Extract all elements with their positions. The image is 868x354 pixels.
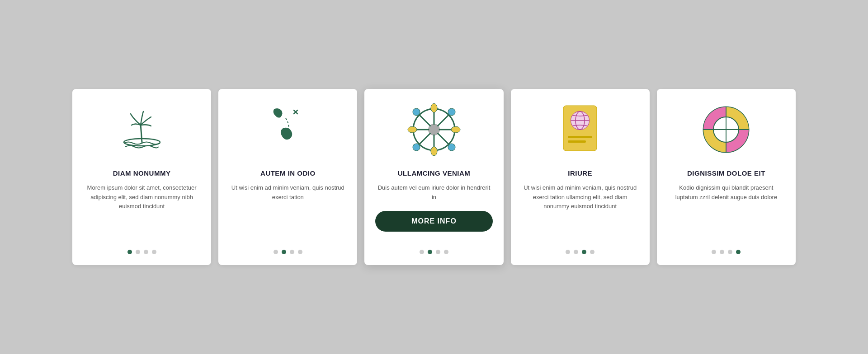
svg-point-11 [408, 126, 417, 133]
dot [274, 250, 278, 254]
dot [428, 250, 432, 254]
svg-line-20 [438, 133, 449, 144]
card-4-body: Ut wisi enim ad minim veniam, quis nostr… [522, 183, 639, 241]
card-5: DIGNISSIM DOLOE EIT Kodio dignissim qui … [657, 89, 796, 266]
card-1: DIAM NONUMMY Morem ipsum dolor sit amet,… [72, 89, 211, 266]
more-info-button[interactable]: MORE INFO [375, 211, 492, 232]
cards-container: DIAM NONUMMY Morem ipsum dolor sit amet,… [72, 89, 796, 266]
svg-line-18 [419, 133, 430, 144]
card-3-title: ULLAMCING VENIAM [398, 169, 471, 177]
card-3: ULLAMCING VENIAM Duis autem vel eum iriu… [364, 89, 503, 266]
dot [566, 250, 570, 254]
card-5-dots [712, 250, 741, 254]
dot [298, 250, 302, 254]
dot [144, 250, 148, 254]
svg-rect-28 [568, 140, 586, 143]
svg-line-1 [141, 124, 142, 142]
dot [590, 250, 594, 254]
card-2-dots [274, 250, 302, 254]
passport-icon [553, 102, 607, 157]
dot [420, 250, 424, 254]
card-4: IRIURE Ut wisi enim ad minim veniam, qui… [511, 89, 650, 266]
dot [152, 250, 156, 254]
svg-line-16 [438, 115, 449, 126]
islands-map-icon [261, 102, 315, 157]
card-3-body: Duis autem vel eum iriure dolor in hendr… [375, 183, 492, 202]
card-2-title: AUTEM IN ODIO [260, 169, 316, 177]
dot [290, 250, 294, 254]
card-2: AUTEM IN ODIO Ut wisi enim ad minim veni… [218, 89, 357, 266]
card-1-title: DIAM NONUMMY [113, 169, 171, 177]
dot [282, 250, 286, 254]
card-1-dots [127, 250, 156, 254]
island-icon [115, 102, 169, 157]
lifebuoy-icon [699, 102, 753, 157]
card-1-body: Morem ipsum dolor sit amet, consectetuer… [83, 183, 200, 241]
svg-rect-27 [568, 136, 592, 138]
dot [712, 250, 716, 254]
svg-point-13 [451, 126, 460, 133]
dot [728, 250, 732, 254]
card-3-dots [420, 250, 448, 254]
dot [736, 250, 741, 254]
dot [574, 250, 578, 254]
dot [436, 250, 440, 254]
dot [720, 250, 724, 254]
card-2-body: Ut wisi enim ad minim veniam, quis nostr… [229, 183, 346, 241]
card-5-body: Kodio dignissim qui blandit praesent lup… [668, 183, 785, 241]
card-5-title: DIGNISSIM DOLOE EIT [687, 169, 765, 177]
svg-point-9 [431, 147, 437, 156]
dot [127, 250, 132, 254]
svg-point-7 [431, 103, 437, 112]
dot [136, 250, 140, 254]
card-4-title: IRIURE [568, 169, 592, 177]
ship-wheel-icon [407, 102, 461, 157]
dot [582, 250, 586, 254]
card-4-dots [566, 250, 594, 254]
dot [444, 250, 448, 254]
svg-line-14 [419, 115, 430, 126]
